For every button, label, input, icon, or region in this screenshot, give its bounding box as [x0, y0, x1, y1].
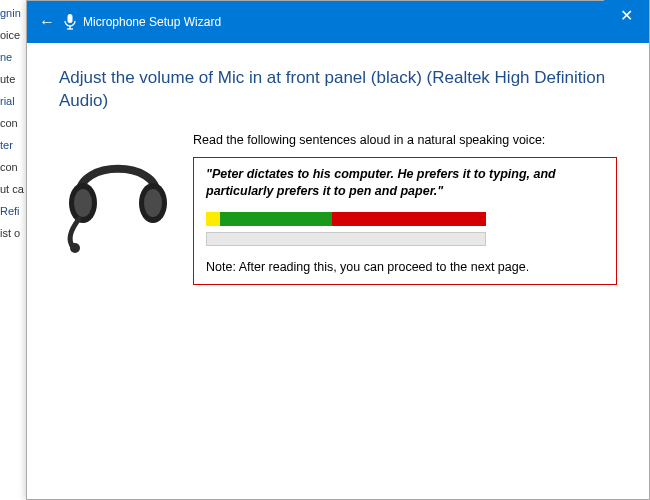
meter-red-segment — [332, 212, 486, 226]
close-button[interactable]: ✕ — [604, 0, 649, 30]
microphone-icon — [63, 13, 77, 31]
titlebar: ← Microphone Setup Wizard ✕ — [27, 1, 649, 43]
background-page-fragments: gnin oice ne ute rial con ter con ut ca … — [0, 0, 26, 500]
page-heading: Adjust the volume of Mic in at front pan… — [59, 67, 617, 113]
microphone-setup-wizard-window: ← Microphone Setup Wizard ✕ Adjust the v… — [26, 0, 650, 500]
svg-point-6 — [144, 189, 162, 217]
reading-panel: "Peter dictates to his computer. He pref… — [193, 157, 617, 285]
instruction-text: Read the following sentences aloud in a … — [193, 133, 617, 147]
sample-sentence: "Peter dictates to his computer. He pref… — [206, 166, 604, 200]
close-icon: ✕ — [620, 6, 633, 25]
meter-yellow-segment — [206, 212, 220, 226]
note-text: Note: After reading this, you can procee… — [206, 260, 604, 274]
wizard-content: Adjust the volume of Mic in at front pan… — [27, 43, 649, 285]
volume-meter — [206, 212, 486, 226]
back-button[interactable]: ← — [35, 10, 59, 34]
window-title: Microphone Setup Wizard — [83, 15, 221, 29]
meter-green-segment — [220, 212, 332, 226]
svg-point-7 — [70, 243, 80, 253]
back-arrow-icon: ← — [39, 13, 55, 31]
svg-rect-0 — [68, 14, 73, 23]
headset-illustration — [59, 133, 179, 255]
svg-point-4 — [74, 189, 92, 217]
volume-level-bar — [206, 232, 486, 246]
